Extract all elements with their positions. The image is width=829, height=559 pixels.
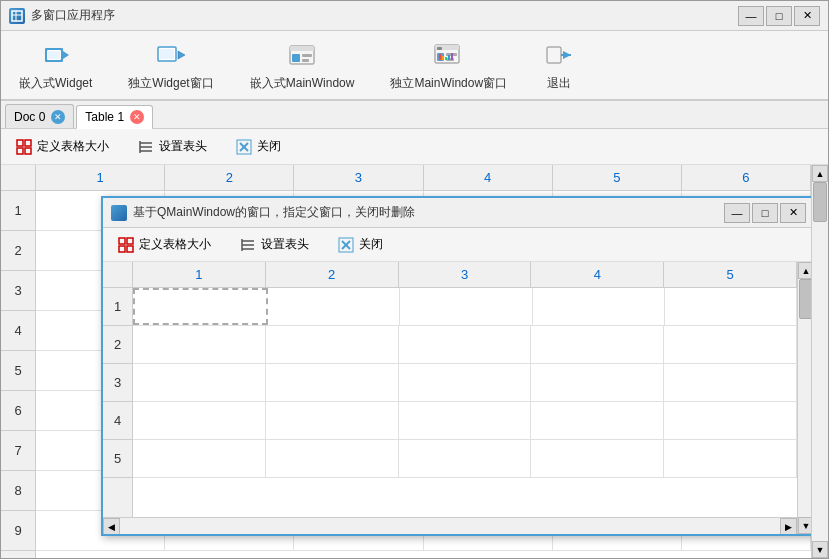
- minimize-button[interactable]: —: [738, 6, 764, 26]
- tab-table1[interactable]: Table 1 ✕: [76, 105, 153, 129]
- float-cell[interactable]: [531, 402, 664, 439]
- svg-rect-26: [547, 47, 561, 63]
- toolbar-standalone-widget[interactable]: 独立Widget窗口: [120, 35, 221, 96]
- svg-rect-5: [48, 51, 60, 59]
- float-define-size-label: 定义表格大小: [139, 236, 211, 253]
- float-cell[interactable]: [664, 402, 797, 439]
- svg-rect-11: [290, 46, 314, 51]
- float-cell[interactable]: [664, 364, 797, 401]
- float-close-button-toolbar[interactable]: 关闭: [331, 233, 389, 257]
- close-button[interactable]: ✕: [794, 6, 820, 26]
- float-col-4: 4: [531, 262, 664, 287]
- toolbar-embed-mainwindow[interactable]: 嵌入式MainWindow: [242, 35, 363, 96]
- float-hscrollbar[interactable]: ◀ ▶: [103, 517, 797, 534]
- outer-row-7: 7: [1, 431, 35, 471]
- tab-doc0-close[interactable]: ✕: [51, 110, 65, 124]
- float-cell[interactable]: [268, 288, 400, 325]
- main-vscroll-thumb[interactable]: [813, 182, 827, 222]
- outer-table-header: 1 2 3 4 5 6: [1, 165, 811, 191]
- float-cell[interactable]: [664, 440, 797, 477]
- set-header-icon: [137, 138, 155, 156]
- float-cell[interactable]: [664, 326, 797, 363]
- svg-rect-43: [127, 246, 133, 252]
- float-close-button[interactable]: ✕: [780, 203, 806, 223]
- float-define-size-button[interactable]: 定义表格大小: [111, 233, 217, 257]
- tab-doc0-label: Doc 0: [14, 110, 45, 124]
- float-cell[interactable]: [531, 326, 664, 363]
- outer-row-3: 3: [1, 271, 35, 311]
- main-vscroll-track: [812, 182, 828, 541]
- float-col-2: 2: [266, 262, 399, 287]
- float-cell[interactable]: [133, 402, 266, 439]
- float-cell[interactable]: [400, 288, 532, 325]
- float-hscroll-right-btn[interactable]: ▶: [780, 518, 797, 534]
- main-vscroll-down-btn[interactable]: ▼: [812, 541, 828, 558]
- float-vscroll-up-btn[interactable]: ▲: [798, 262, 811, 279]
- float-cell[interactable]: [266, 440, 399, 477]
- float-cell[interactable]: [266, 326, 399, 363]
- float-cell[interactable]: [266, 402, 399, 439]
- float-cell[interactable]: [133, 326, 266, 363]
- float-cell[interactable]: [399, 402, 532, 439]
- float-cell[interactable]: [133, 440, 266, 477]
- outer-row-6: 6: [1, 391, 35, 431]
- embed-widget-icon: [40, 39, 72, 71]
- title-controls: — □ ✕: [738, 6, 820, 26]
- float-cell[interactable]: [399, 440, 532, 477]
- float-table-row: [133, 326, 797, 364]
- toolbar-exit-label: 退出: [547, 75, 571, 92]
- float-row-4: 4: [103, 402, 132, 440]
- standalone-mainwindow-icon: [433, 39, 465, 71]
- set-header-button[interactable]: 设置表头: [131, 135, 213, 159]
- float-cell[interactable]: [533, 288, 665, 325]
- outer-table-corner: [1, 165, 36, 190]
- float-vscrollbar[interactable]: ▲ ▼: [797, 262, 811, 534]
- toolbar-standalone-mainwindow[interactable]: 独立MainWindow窗口: [382, 35, 515, 96]
- float-cell[interactable]: [133, 364, 266, 401]
- float-hscroll-left-btn[interactable]: ◀: [103, 518, 120, 534]
- tab-table1-close[interactable]: ✕: [130, 110, 144, 124]
- float-define-size-icon: [117, 236, 135, 254]
- float-title-left: 基于QMainWindow的窗口，指定父窗口，关闭时删除: [111, 204, 415, 221]
- float-set-header-icon: [239, 236, 257, 254]
- float-corner: [103, 262, 133, 287]
- float-col-3: 3: [399, 262, 532, 287]
- float-title-controls: — □ ✕: [724, 203, 806, 223]
- embed-mainwindow-icon: [286, 39, 318, 71]
- float-restore-button[interactable]: □: [752, 203, 778, 223]
- float-vscroll-thumb[interactable]: [799, 279, 811, 319]
- float-cell-active[interactable]: [133, 288, 268, 325]
- restore-button[interactable]: □: [766, 6, 792, 26]
- main-vscrollbar[interactable]: ▲ ▼: [811, 165, 828, 558]
- toolbar-embed-widget[interactable]: 嵌入式Widget: [11, 35, 100, 96]
- main-vscroll-up-btn[interactable]: ▲: [812, 165, 828, 182]
- float-set-header-button[interactable]: 设置表头: [233, 233, 315, 257]
- outer-table-body: 1 2 3 4 5 6 7 8 9: [1, 191, 811, 558]
- float-cell[interactable]: [531, 364, 664, 401]
- float-minimize-button[interactable]: —: [724, 203, 750, 223]
- float-set-header-label: 设置表头: [261, 236, 309, 253]
- float-cell[interactable]: [266, 364, 399, 401]
- outer-col-6: 6: [682, 165, 811, 190]
- svg-rect-14: [302, 59, 309, 62]
- float-cell[interactable]: [399, 364, 532, 401]
- float-row-3: 3: [103, 364, 132, 402]
- close-btn-secondary[interactable]: 关闭: [229, 135, 287, 159]
- svg-rect-31: [17, 148, 23, 154]
- float-cell[interactable]: [665, 288, 797, 325]
- toolbar-embed-mainwindow-label: 嵌入式MainWindow: [250, 75, 355, 92]
- float-vscroll-down-btn[interactable]: ▼: [798, 517, 811, 534]
- define-size-button[interactable]: 定义表格大小: [9, 135, 115, 159]
- float-vscroll-track: [798, 279, 811, 517]
- svg-rect-0: [12, 11, 22, 21]
- float-row-headers: 1 2 3 4 5: [103, 288, 133, 517]
- toolbar-exit[interactable]: 退出: [535, 35, 583, 96]
- tab-doc0[interactable]: Doc 0 ✕: [5, 104, 74, 128]
- secondary-toolbar: 定义表格大小 设置表头 关闭: [1, 129, 828, 165]
- define-size-label: 定义表格大小: [37, 138, 109, 155]
- standalone-widget-icon: [155, 39, 187, 71]
- float-cell[interactable]: [399, 326, 532, 363]
- main-toolbar: 嵌入式Widget 独立Widget窗口: [1, 31, 828, 101]
- title-bar-left: 多窗口应用程序: [9, 7, 115, 24]
- float-cell[interactable]: [531, 440, 664, 477]
